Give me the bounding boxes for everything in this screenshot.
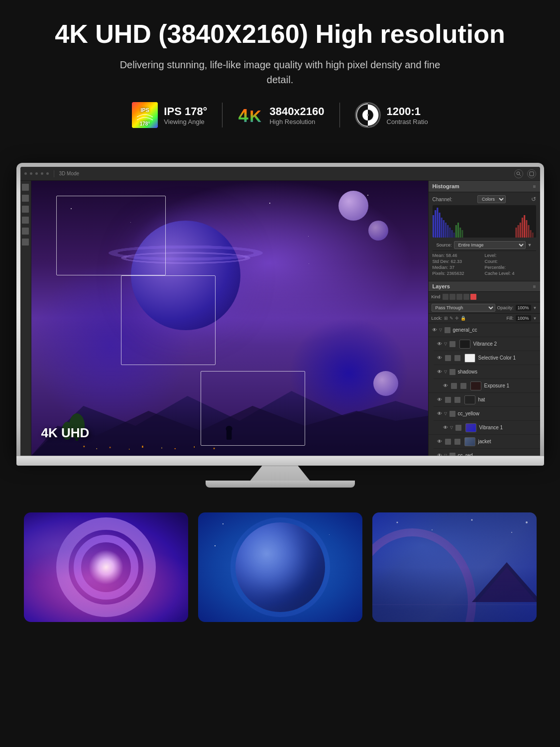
layer-adj-icon-sc1	[454, 355, 460, 361]
fill-value[interactable]: 100%	[516, 315, 531, 321]
histogram-chart	[433, 205, 536, 238]
lock-icon-all[interactable]: 🔒	[460, 316, 466, 321]
layer-exposure-1[interactable]: 👁 Exposure 1	[429, 379, 540, 393]
toolbar-separator	[54, 170, 54, 177]
layer-folder-ccr	[449, 453, 455, 456]
histogram-channel-label: Channel:	[433, 197, 452, 202]
svg-rect-41	[459, 228, 461, 238]
svg-rect-46	[521, 218, 523, 238]
layers-menu-icon[interactable]: ≡	[533, 284, 536, 289]
layer-name-jacket: jacket	[478, 439, 537, 444]
lock-icon-brush[interactable]: ✎	[449, 316, 453, 321]
toolbar-icon-settings[interactable]	[527, 169, 536, 178]
layer-general-cc[interactable]: 👁 ▽ general_cc	[429, 323, 540, 337]
layer-eye-jacket[interactable]: 👁	[437, 439, 443, 445]
histogram-refresh-icon[interactable]: ↺	[531, 196, 536, 203]
layer-name-shadows: shadows	[458, 369, 537, 374]
svg-rect-49	[528, 225, 529, 238]
layer-eye-ccy[interactable]: 👁	[437, 411, 443, 417]
filter-icon-5[interactable]	[470, 294, 476, 300]
layer-eye-sc1[interactable]: 👁	[437, 355, 443, 361]
layer-shadows[interactable]: 👁 ▽ shadows	[434, 365, 540, 379]
image-area: 4K UHD	[31, 181, 428, 456]
layer-eye-ccr[interactable]: 👁	[437, 453, 443, 456]
layer-name-hat: hat	[478, 397, 537, 402]
layer-thumb-exp1	[470, 381, 481, 390]
svg-line-10	[519, 174, 521, 176]
histogram-source-select[interactable]: Entire Image	[454, 241, 526, 249]
tool-4[interactable]	[22, 217, 29, 224]
svg-rect-11	[530, 172, 534, 176]
histogram-menu-icon[interactable]: ≡	[533, 184, 536, 189]
layer-eye-hat[interactable]: 👁	[437, 397, 443, 403]
tool-2[interactable]	[22, 195, 29, 202]
spec-contrast: 1200:1 Contrast Ratio	[340, 102, 443, 128]
filter-icon-2[interactable]	[449, 294, 455, 300]
layer-arrow-ccy[interactable]: ▽	[444, 411, 447, 416]
spec-contrast-value: 1200:1	[387, 105, 428, 118]
opacity-arrow[interactable]: ▼	[533, 306, 537, 310]
thumb-blue-glow	[24, 512, 188, 622]
tool-6[interactable]	[22, 239, 29, 246]
layer-vibrance-2[interactable]: 👁 ▽ Vibrance 2	[434, 337, 540, 351]
svg-rect-29	[435, 210, 436, 238]
lock-icon-move[interactable]: ✛	[455, 316, 459, 321]
tool-3[interactable]	[22, 206, 29, 213]
filter-icon-4[interactable]	[463, 294, 469, 300]
layer-folder-jacket	[445, 439, 451, 445]
stat-mean-label: Mean: 58.46	[433, 253, 484, 258]
layer-arrow-shadows[interactable]: ▽	[444, 370, 447, 374]
lock-icon-checkered[interactable]: ⊞	[444, 316, 448, 321]
filter-icon-1[interactable]	[443, 294, 448, 300]
histogram-source-arrow[interactable]: ▼	[528, 243, 532, 248]
toolbar-dot-5	[46, 172, 49, 175]
layer-selective-color-1[interactable]: 👁 Selective Color 1	[434, 351, 540, 365]
monitor-frame: 3D Mode	[16, 163, 544, 456]
layer-thumb-jacket	[464, 437, 475, 446]
layer-cc-yellow[interactable]: 👁 ▽ cc_yellow	[434, 407, 540, 421]
layer-name-exp1: Exposure 1	[484, 383, 537, 388]
svg-rect-33	[443, 220, 444, 238]
stand-neck	[250, 466, 310, 481]
toolbar-icon-search[interactable]	[514, 169, 523, 178]
layers-toolbar: Kind	[429, 292, 540, 302]
layer-hat[interactable]: 👁 hat	[434, 393, 540, 407]
layer-jacket[interactable]: 👁 jacket	[434, 435, 540, 449]
histogram-title: Histogram	[433, 183, 459, 189]
fill-arrow[interactable]: ▼	[533, 316, 537, 321]
kind-label: Kind	[432, 294, 441, 299]
svg-point-8	[367, 114, 369, 116]
layer-cc-red[interactable]: 👁 ▽ cc_red	[434, 449, 540, 456]
layers-list[interactable]: 👁 ▽ general_cc 👁 ▽	[429, 323, 540, 456]
histogram-channel-select[interactable]: Colors	[477, 195, 506, 203]
layer-arrow-general[interactable]: ▽	[439, 328, 442, 332]
layer-folder-ccy	[449, 411, 455, 417]
fill-label: Fill:	[507, 316, 514, 321]
blend-mode-select[interactable]: Pass Through	[432, 304, 495, 312]
monitor-section: 3D Mode	[0, 158, 560, 498]
opacity-value[interactable]: 100%	[516, 305, 531, 311]
layer-eye-shadows[interactable]: 👁	[437, 369, 443, 375]
layer-eye-exp1[interactable]: 👁	[443, 383, 448, 389]
layer-eye-v1[interactable]: 👁	[443, 425, 448, 431]
contrast-icon	[355, 102, 381, 128]
layers-header: Layers ≡	[429, 281, 540, 292]
layer-eye-general-cc[interactable]: 👁	[432, 327, 438, 333]
screen-content: 4K UHD Histogram ≡ Channel:	[20, 181, 540, 456]
tool-5[interactable]	[22, 228, 29, 235]
layer-vibrance-1[interactable]: 👁 ▽ Vibrance 1	[429, 421, 540, 435]
layer-arrow-ccr[interactable]: ▽	[444, 453, 447, 456]
opacity-label: Opacity:	[497, 305, 514, 310]
layer-mask-icon-sc1	[445, 355, 451, 361]
layer-folder-hat	[445, 397, 451, 403]
monitor-screen: 3D Mode	[20, 167, 540, 456]
lock-fill-row: Lock: ⊞ ✎ ✛ 🔒 Fill: 100% ▼	[429, 314, 540, 323]
layer-eye-vibrance2[interactable]: 👁	[437, 341, 443, 347]
thumbnails-section	[0, 498, 560, 642]
filter-icon-3[interactable]	[456, 294, 462, 300]
planet-small-2	[368, 221, 388, 241]
tool-1[interactable]	[22, 184, 29, 191]
svg-rect-42	[461, 230, 463, 238]
ips-icon: IPS 178°	[132, 102, 158, 128]
toolbar-dot-3	[35, 172, 38, 175]
